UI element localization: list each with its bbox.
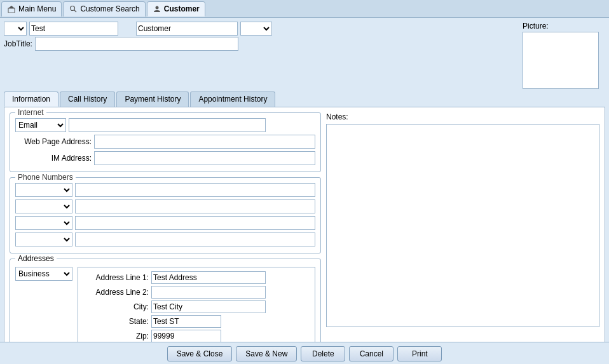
tab-payment-history-label: Payment History <box>125 95 181 104</box>
phone-input-4[interactable] <box>75 233 315 246</box>
title-bar: Main Menu Customer Search Customer <box>0 0 609 18</box>
addresses-section: Addresses BusinessHomeOther Address Line… <box>10 259 321 342</box>
tab-customer-label: Customer <box>164 4 200 13</box>
phone-numbers-legend: Phone Numbers <box>15 173 76 182</box>
addr-city-label: City: <box>82 302 149 311</box>
cancel-button[interactable]: Cancel <box>349 346 393 361</box>
suffix-select[interactable]: Jr.Sr.IIIII <box>240 22 272 36</box>
tab-content-left: Internet EmailWork EmailHome Email Web P… <box>10 112 321 342</box>
inner-tabs: Information Call History Payment History… <box>4 91 605 107</box>
email-row: EmailWork EmailHome Email <box>15 118 315 132</box>
addr-city-row: City: <box>82 300 311 313</box>
phone-type-2[interactable] <box>15 199 72 213</box>
svg-rect-0 <box>8 8 15 13</box>
job-title-label: JobTitle: <box>4 39 32 48</box>
tab-call-history-label: Call History <box>68 95 107 104</box>
email-type-select[interactable]: EmailWork EmailHome Email <box>15 118 66 132</box>
picture-area: Picture: <box>523 22 605 89</box>
addr-zip-input[interactable] <box>151 330 221 342</box>
address-inner: BusinessHomeOther Address Line 1: Addres… <box>15 267 315 342</box>
notes-area: Notes: <box>326 112 599 342</box>
web-page-row: Web Page Address: <box>15 135 315 149</box>
im-address-input[interactable] <box>94 151 315 165</box>
tab-main-menu[interactable]: Main Menu <box>1 1 62 17</box>
phone-input-2[interactable] <box>75 199 315 213</box>
addr-line2-label: Address Line 2: <box>82 288 149 297</box>
tab-payment-history[interactable]: Payment History <box>116 91 189 107</box>
phone-row-1 <box>15 183 315 197</box>
save-new-button[interactable]: Save & New <box>236 346 297 361</box>
email-input[interactable] <box>69 118 266 132</box>
tab-customer[interactable]: Customer <box>147 1 205 17</box>
tab-call-history[interactable]: Call History <box>60 91 115 107</box>
content-area: Mr.Mrs.Ms.Dr. Jr.Sr.IIIII JobTitle: <box>0 18 609 342</box>
search-icon <box>69 4 78 13</box>
internet-legend: Internet <box>15 108 46 117</box>
tab-customer-search[interactable]: Customer Search <box>63 1 145 17</box>
svg-line-3 <box>74 10 77 13</box>
tab-appointment-history-label: Appointment History <box>198 95 267 104</box>
web-page-input[interactable] <box>94 135 315 149</box>
prefix-select[interactable]: Mr.Mrs.Ms.Dr. <box>4 22 27 36</box>
first-name-input[interactable] <box>29 22 118 36</box>
addr-state-label: State: <box>82 317 149 326</box>
save-close-button[interactable]: Save & Close <box>167 346 233 361</box>
phone-type-3[interactable] <box>15 216 72 230</box>
phone-row-3 <box>15 216 315 230</box>
tab-appointment-history[interactable]: Appointment History <box>190 91 275 107</box>
job-title-row: JobTitle: <box>4 37 519 51</box>
tab-information[interactable]: Information <box>4 91 58 107</box>
phone-input-1[interactable] <box>75 183 315 197</box>
notes-label: Notes: <box>326 112 599 121</box>
addr-city-input[interactable] <box>151 300 266 313</box>
delete-button[interactable]: Delete <box>301 346 345 361</box>
tab-customer-search-label: Customer Search <box>80 4 139 13</box>
phone-input-3[interactable] <box>75 216 315 230</box>
picture-label: Picture: <box>523 22 549 30</box>
addr-zip-label: Zip: <box>82 332 149 340</box>
addr-line2-row: Address Line 2: <box>82 286 311 299</box>
notes-textarea[interactable] <box>326 124 599 327</box>
addr-line2-input[interactable] <box>151 286 266 299</box>
im-address-label: IM Address: <box>15 154 92 163</box>
phone-row-2 <box>15 199 315 213</box>
addr-line1-label: Address Line 1: <box>82 273 149 282</box>
tab-content-information: Internet EmailWork EmailHome Email Web P… <box>4 107 605 342</box>
phone-type-1[interactable] <box>15 183 72 197</box>
address-type-select[interactable]: BusinessHomeOther <box>15 267 72 281</box>
phone-numbers-section: Phone Numbers <box>10 177 321 253</box>
phone-row-4 <box>15 233 315 246</box>
tab-information-label: Information <box>12 95 50 104</box>
internet-section: Internet EmailWork EmailHome Email Web P… <box>10 112 321 172</box>
im-address-row: IM Address: <box>15 151 315 165</box>
top-left: Mr.Mrs.Ms.Dr. Jr.Sr.IIIII JobTitle: <box>4 22 519 89</box>
address-fields: Address Line 1: Address Line 2: City: <box>78 267 315 342</box>
addresses-legend: Addresses <box>15 254 57 263</box>
job-title-input[interactable] <box>35 37 238 51</box>
person-icon <box>153 4 161 13</box>
addr-line1-input[interactable] <box>151 271 266 284</box>
name-fields-row: Mr.Mrs.Ms.Dr. Jr.Sr.IIIII <box>4 22 519 36</box>
svg-marker-1 <box>8 6 15 8</box>
home-icon <box>7 4 16 13</box>
bottom-buttons: Save & Close Save & New Delete Cancel Pr… <box>0 342 609 364</box>
print-button[interactable]: Print <box>397 346 442 361</box>
top-section: Mr.Mrs.Ms.Dr. Jr.Sr.IIIII JobTitle: <box>4 22 605 89</box>
company-input[interactable] <box>136 22 238 36</box>
svg-point-2 <box>71 6 75 11</box>
addr-zip-row: Zip: <box>82 330 311 342</box>
addr-state-input[interactable] <box>151 315 221 328</box>
app-wrapper: Main Menu Customer Search Customer Mr.Mr… <box>0 0 609 364</box>
tab-main-menu-label: Main Menu <box>18 4 56 13</box>
phone-type-4[interactable] <box>15 233 72 246</box>
svg-point-4 <box>155 6 158 9</box>
picture-box <box>523 32 599 89</box>
web-page-label: Web Page Address: <box>15 137 92 146</box>
addr-line1-row: Address Line 1: <box>82 271 311 284</box>
addr-state-row: State: <box>82 315 311 328</box>
